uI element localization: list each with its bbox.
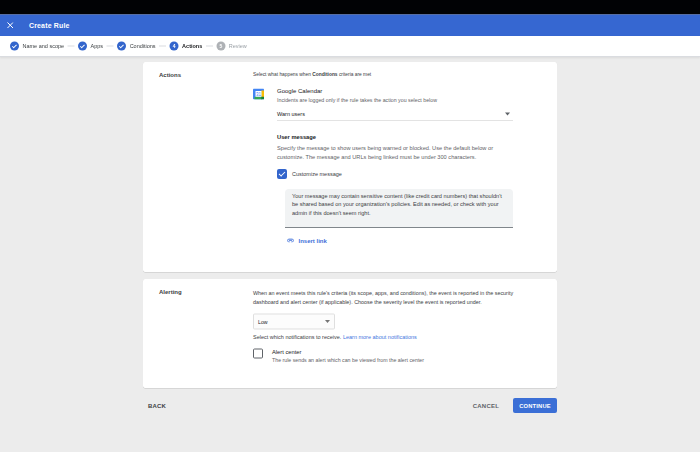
- insert-link-label: Insert link: [299, 237, 327, 244]
- google-calendar-icon: 31: [253, 89, 264, 100]
- back-button[interactable]: BACK: [148, 402, 166, 409]
- step-connector: [159, 46, 166, 47]
- alerting-description: When an event meets this rule's criteria…: [253, 288, 523, 306]
- customize-message-row: Customize message: [277, 169, 557, 179]
- notifications-text: Select which notifications to receive.: [253, 334, 343, 340]
- step-actions[interactable]: 4 Actions: [170, 42, 203, 51]
- step-label: Actions: [182, 43, 202, 49]
- user-message-textarea[interactable]: Your message may contain sensitive conte…: [285, 189, 513, 228]
- user-message-title: User message: [277, 134, 557, 140]
- check-icon: [80, 43, 85, 48]
- alerting-card-content: When an event meets this rule's criteria…: [253, 279, 557, 388]
- footer: BACK CANCEL CONTINUE: [143, 398, 557, 413]
- continue-button[interactable]: CONTINUE: [513, 398, 557, 413]
- step-review[interactable]: 5 Review: [216, 42, 247, 51]
- step-label: Review: [229, 43, 247, 49]
- customize-message-checkbox[interactable]: [277, 169, 287, 179]
- step-connector: [206, 46, 213, 47]
- dropdown-arrow-icon: [505, 112, 510, 115]
- alert-center-checkbox[interactable]: [253, 349, 263, 359]
- step-number: 5: [219, 43, 222, 49]
- intro-conditions: Conditions: [312, 71, 337, 77]
- os-titlebar: [0, 0, 700, 15]
- app-name: Google Calendar: [277, 88, 437, 95]
- customize-message-label: Customize message: [292, 171, 342, 177]
- actions-intro: Select what happens when Conditions crit…: [253, 71, 557, 77]
- page-title: Create Rule: [29, 21, 70, 29]
- screen: Create Rule Name and scope Apps Conditio…: [0, 0, 700, 452]
- severity-select[interactable]: Low: [253, 314, 335, 330]
- severity-select-value: Low: [258, 319, 268, 325]
- svg-text:31: 31: [256, 92, 262, 97]
- user-message-description: Specify the message to show users being …: [277, 144, 497, 162]
- intro-prefix: Select what happens when: [253, 71, 312, 77]
- page: Create Rule Name and scope Apps Conditio…: [0, 0, 700, 452]
- link-icon: [287, 238, 294, 242]
- cancel-button[interactable]: CANCEL: [473, 402, 499, 409]
- actions-section-label: Actions: [159, 71, 253, 78]
- app-description: Incidents are logged only if the rule ta…: [277, 97, 437, 103]
- step-name-and-scope[interactable]: Name and scope: [10, 42, 64, 51]
- step-number-badge: 5: [216, 42, 225, 51]
- insert-link-button[interactable]: Insert link: [287, 237, 557, 244]
- dropdown-arrow-icon: [325, 320, 330, 323]
- notifications-learn-more-link[interactable]: Learn more about notifications: [343, 334, 417, 340]
- step-label: Conditions: [130, 43, 156, 49]
- appbar: Create Rule: [0, 15, 700, 37]
- alerting-section-label: Alerting: [159, 288, 253, 295]
- step-number-badge: 4: [170, 42, 179, 51]
- alert-center-row: Alert center The rule sends an alert whi…: [253, 349, 557, 363]
- alert-center-info: Alert center The rule sends an alert whi…: [272, 349, 424, 363]
- stepper: Name and scope Apps Conditions 4 Actions…: [0, 36, 700, 57]
- actions-card-content: Select what happens when Conditions crit…: [253, 62, 557, 272]
- close-icon[interactable]: [4, 19, 17, 32]
- alerting-card-label-column: Alerting: [143, 279, 253, 388]
- step-label: Apps: [91, 43, 104, 49]
- actions-card-label-column: Actions: [143, 62, 253, 272]
- notifications-line: Select which notifications to receive. L…: [253, 334, 557, 340]
- action-select-value: Warn users: [277, 111, 305, 117]
- app-info: Google Calendar Incidents are logged onl…: [277, 88, 437, 103]
- check-icon: [119, 43, 124, 48]
- step-done-icon: [10, 42, 19, 51]
- step-number: 4: [173, 43, 176, 49]
- step-label: Name and scope: [23, 43, 65, 49]
- intro-suffix: criteria are met: [338, 71, 372, 77]
- step-connector: [107, 46, 114, 47]
- actions-card: Actions Select what happens when Conditi…: [143, 62, 557, 272]
- step-done-icon: [78, 42, 87, 51]
- app-row: 31 Google Calendar Incidents are logged …: [253, 88, 557, 103]
- step-done-icon: [117, 42, 126, 51]
- alert-center-label: Alert center: [272, 349, 424, 355]
- step-apps[interactable]: Apps: [78, 42, 103, 51]
- step-connector: [68, 46, 75, 47]
- action-select[interactable]: Warn users: [277, 108, 513, 122]
- close-x-glyph: [7, 22, 14, 29]
- alerting-card: Alerting When an event meets this rule's…: [143, 279, 557, 388]
- check-icon: [12, 43, 17, 48]
- step-conditions[interactable]: Conditions: [117, 42, 155, 51]
- content: Actions Select what happens when Conditi…: [0, 57, 700, 413]
- alert-center-description: The rule sends an alert which can be vie…: [272, 357, 424, 363]
